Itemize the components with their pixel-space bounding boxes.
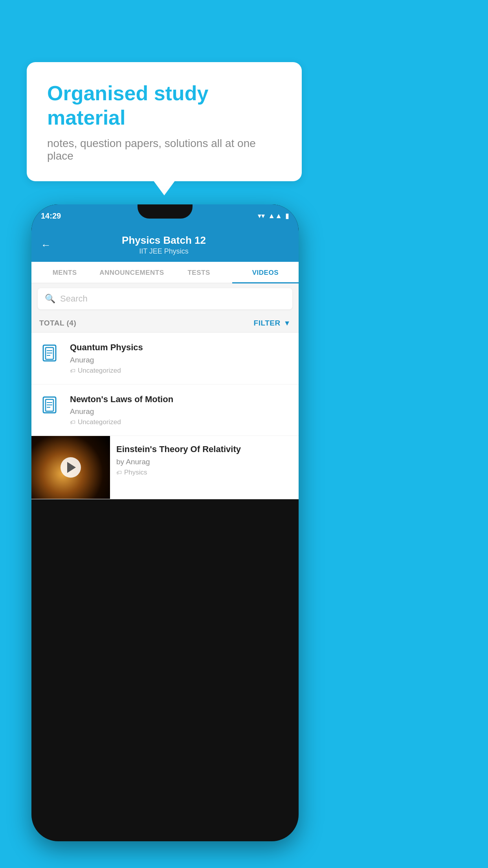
video-tag: 🏷 Uncategorized — [70, 367, 291, 375]
list-item[interactable]: Einstein's Theory Of Relativity by Anura… — [31, 436, 299, 499]
video-info: Einstein's Theory Of Relativity by Anura… — [110, 436, 299, 484]
document-icon — [39, 394, 63, 422]
play-triangle-icon — [67, 462, 76, 473]
filter-icon: ▼ — [284, 319, 291, 327]
tabs-bar: MENTS ANNOUNCEMENTS TESTS VIDEOS — [31, 262, 299, 283]
video-info: Newton's Laws of Motion Anurag 🏷 Uncateg… — [70, 394, 291, 427]
filter-label: FILTER — [254, 319, 281, 327]
header-center: Physics Batch 12 IIT JEE Physics — [59, 234, 269, 256]
video-title: Newton's Laws of Motion — [70, 394, 291, 405]
search-input[interactable]: Search — [60, 294, 88, 304]
tab-announcements[interactable]: ANNOUNCEMENTS — [98, 262, 165, 283]
video-author: Anurag — [70, 356, 291, 364]
total-count: TOTAL (4) — [39, 319, 76, 327]
tag-label: Uncategorized — [78, 367, 121, 375]
phone-frame: 14:29 ▾▾ ▲▲ ▮ ← Physics Batch 12 IIT JEE… — [31, 204, 299, 841]
app-header: ← Physics Batch 12 IIT JEE Physics — [31, 227, 299, 262]
tab-ments[interactable]: MENTS — [31, 262, 98, 283]
video-thumbnail — [31, 436, 110, 499]
video-author: by Anurag — [116, 458, 292, 466]
wifi-icon: ▾▾ — [258, 211, 265, 220]
video-info: Quantum Physics Anurag 🏷 Uncategorized — [70, 342, 291, 375]
bubble-subtitle: notes, question papers, solutions all at… — [47, 137, 281, 162]
document-icon — [39, 342, 63, 370]
tab-tests[interactable]: TESTS — [165, 262, 232, 283]
list-item[interactable]: Newton's Laws of Motion Anurag 🏷 Uncateg… — [31, 384, 299, 436]
tag-icon: 🏷 — [70, 368, 75, 374]
filter-button[interactable]: FILTER ▼ — [254, 319, 291, 327]
tag-icon: 🏷 — [70, 419, 75, 425]
battery-icon: ▮ — [285, 211, 289, 220]
bubble-title: Organised study material — [47, 81, 281, 130]
filter-bar: TOTAL (4) FILTER ▼ — [31, 314, 299, 333]
video-list: Quantum Physics Anurag 🏷 Uncategorized — [31, 333, 299, 499]
video-tag: 🏷 Physics — [116, 469, 292, 476]
signal-icon: ▲▲ — [268, 212, 282, 220]
tag-label: Physics — [124, 469, 147, 476]
header-subtitle: IIT JEE Physics — [59, 247, 269, 256]
status-icons: ▾▾ ▲▲ ▮ — [258, 211, 289, 220]
tab-videos[interactable]: VIDEOS — [232, 262, 299, 283]
search-bar-wrap: 🔍 Search — [31, 283, 299, 314]
video-tag: 🏷 Uncategorized — [70, 418, 291, 426]
speech-bubble: Organised study material notes, question… — [27, 62, 302, 181]
video-title: Quantum Physics — [70, 342, 291, 353]
video-title: Einstein's Theory Of Relativity — [116, 444, 292, 455]
status-time: 14:29 — [41, 211, 61, 221]
tag-icon: 🏷 — [116, 469, 122, 476]
status-bar: 14:29 ▾▾ ▲▲ ▮ — [31, 204, 299, 227]
header-title: Physics Batch 12 — [59, 234, 269, 246]
back-button[interactable]: ← — [39, 237, 53, 253]
list-item[interactable]: Quantum Physics Anurag 🏷 Uncategorized — [31, 333, 299, 384]
phone-screen: 14:29 ▾▾ ▲▲ ▮ ← Physics Batch 12 IIT JEE… — [31, 204, 299, 841]
tag-label: Uncategorized — [78, 418, 121, 426]
video-author: Anurag — [70, 407, 291, 416]
search-icon: 🔍 — [45, 294, 55, 304]
search-bar[interactable]: 🔍 Search — [38, 288, 292, 309]
play-button[interactable] — [61, 457, 81, 478]
